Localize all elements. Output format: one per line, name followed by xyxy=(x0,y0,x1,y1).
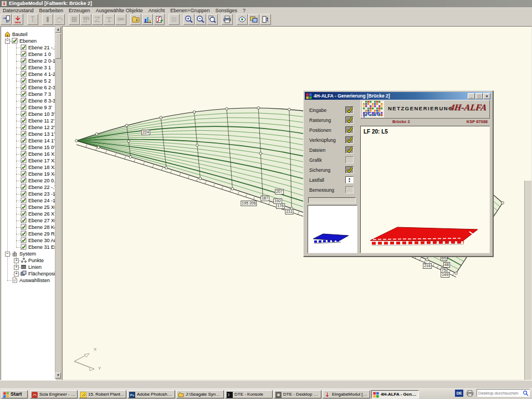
export-icon[interactable] xyxy=(1,14,12,25)
rotate-icon[interactable] xyxy=(54,14,65,25)
tree-item[interactable]: Ebene 5 2 xyxy=(1,78,54,84)
keyboard-language-indicator[interactable]: DE xyxy=(455,390,463,397)
loadcase-spinner[interactable]: ▲▼ xyxy=(345,176,354,183)
new-icon[interactable]: neu xyxy=(12,14,23,25)
tree-item[interactable]: Ebene 23 -1.02 xyxy=(1,191,54,197)
tree-item[interactable]: Ebene 8 3-3' xyxy=(1,98,54,104)
taskbar-button-console[interactable]: DTE - Konsole xyxy=(225,390,273,398)
menu-item-help[interactable]: ? xyxy=(240,7,248,14)
mesh-icon[interactable] xyxy=(168,14,180,25)
pin-icon[interactable] xyxy=(27,14,38,25)
grid-dim-icon[interactable] xyxy=(80,14,91,25)
menu-item-datenzustand[interactable]: Datenzustand xyxy=(0,7,37,14)
tree-expand-icon[interactable]: + xyxy=(14,272,19,277)
checkbox-checked[interactable] xyxy=(345,106,354,114)
folder-icon[interactable] xyxy=(130,14,141,25)
tree-item[interactable]: Ebene 7 3 xyxy=(1,91,54,98)
tree-item[interactable]: Ebene 15 0' xyxy=(1,144,54,151)
tree-item[interactable]: Ebene 27 X0 xyxy=(1,217,54,224)
tree-item[interactable]: Ebene 14 1'-0' xyxy=(1,137,54,144)
tree-item[interactable]: Ebene 6 2-3 xyxy=(1,84,54,91)
tree-expand-icon[interactable]: + xyxy=(14,258,19,263)
tree-item[interactable]: Ebene 30 Anfan xyxy=(1,237,54,244)
checkbox-checked[interactable] xyxy=(345,126,354,134)
scroll-down-icon[interactable]: ▼ xyxy=(55,372,61,378)
dialog-titlebar[interactable]: 4H-ALFA - Generierung [Brücke 2] _ □ × xyxy=(305,92,492,100)
tree-item[interactable]: Ebene 13 1' xyxy=(1,131,54,137)
generate-icon[interactable] xyxy=(142,14,153,25)
close-button[interactable]: × xyxy=(483,93,490,99)
tree-item[interactable]: Ebene 19 X4 xyxy=(1,171,54,177)
taskbar-button-dte[interactable]: DTE - Desktop Engineeri... xyxy=(274,390,321,398)
tree-item[interactable]: Ebene 22 -.76 xyxy=(1,184,54,191)
scrollbar-thumb[interactable] xyxy=(55,33,61,59)
tree-item[interactable]: Ebene 16 X1 xyxy=(1,151,54,157)
checkbox-checked[interactable] xyxy=(345,116,354,124)
tree-item[interactable]: Ebene 10 3'-2' xyxy=(1,111,54,117)
tree-item[interactable]: Ebene 3 1 xyxy=(1,64,54,71)
tree-item[interactable]: Ebene 29 Randk xyxy=(1,231,54,237)
generation-dialog[interactable]: 4H-ALFA - Generierung [Brücke 2] _ □ × E… xyxy=(303,90,493,257)
view-settings-icon[interactable] xyxy=(237,14,248,25)
tree-item[interactable]: +Flächenpositionen xyxy=(1,270,54,277)
menu-item-bearbeiten[interactable]: Bearbeiten xyxy=(37,7,66,14)
main-titlebar[interactable]: EingabeModul [Faltwerk: Brücke 2] xyxy=(0,0,532,7)
column-icon[interactable] xyxy=(42,14,53,25)
tree-item[interactable]: Ebene 11 2' xyxy=(1,117,54,124)
tree-item[interactable]: Ebene 28 Konsol xyxy=(1,224,54,231)
support-icon[interactable] xyxy=(104,14,115,25)
window-layout-icon[interactable] xyxy=(248,14,259,25)
print-icon[interactable] xyxy=(222,14,233,25)
tree-item[interactable]: Ebene 31 Ende xyxy=(1,244,54,250)
checkbox-empty[interactable] xyxy=(345,186,354,193)
taskbar-button-photoshop[interactable]: PsAdobe Photoshop CS3 E... xyxy=(127,390,175,398)
start-button[interactable]: Start xyxy=(1,390,28,398)
tree-item[interactable]: Ebene 25 X6 xyxy=(1,204,54,211)
tree-item[interactable]: +Linien xyxy=(1,264,54,270)
tree-item[interactable]: Ebene 20 0.0 xyxy=(1,177,54,184)
tree-item[interactable]: Bauteil xyxy=(1,31,54,38)
tree-item[interactable]: +Punkte xyxy=(1,257,54,264)
tree-item[interactable]: Auswahllisten xyxy=(1,277,54,284)
tree-item[interactable]: −System xyxy=(1,250,54,257)
menu-item-erzeugen[interactable]: Erzeugen xyxy=(66,7,93,14)
taskbar-button-folder[interactable]: J:\Seagate Sync\SyncRe... xyxy=(176,390,224,398)
tree-expand-icon[interactable]: + xyxy=(14,265,19,270)
tree-item[interactable]: Ebene 9 3' xyxy=(1,104,54,111)
taskbar-button-media[interactable]: 15. Robert Plant - Like I'... xyxy=(79,390,126,398)
taskbar-button-alfa[interactable]: 4H-ALFA - Generierun... xyxy=(371,390,419,398)
tree-item[interactable]: Ebene 26 X7 xyxy=(1,211,54,217)
tree-item[interactable]: Ebene 18 X3 xyxy=(1,164,54,171)
menu-item-ausgewählte-objekte[interactable]: Ausgewählte Objekte xyxy=(93,7,146,14)
tree-item[interactable]: Ebene 21 -.14 xyxy=(1,44,54,51)
checkbox-checked[interactable] xyxy=(345,136,354,144)
scroll-up-icon[interactable]: ▲ xyxy=(55,27,61,33)
desktop-search[interactable] xyxy=(477,389,530,397)
tree-expand-icon[interactable]: − xyxy=(5,39,10,44)
component-tree[interactable]: Bauteil−EbenenEbene 21 -.14Ebene 1 0Eben… xyxy=(1,26,56,380)
checkbox-checked[interactable] xyxy=(345,166,354,173)
tree-item[interactable]: Ebene 2 0-1 xyxy=(1,58,54,64)
menu-item-ansicht[interactable]: Ansicht xyxy=(146,7,168,14)
tree-scrollbar[interactable]: ▲ ▼ xyxy=(55,26,62,379)
canvas-scroll-strip[interactable] xyxy=(524,181,531,380)
tree-item[interactable]: Ebene 17 X2 xyxy=(1,157,54,164)
tree-item[interactable]: Ebene 24 -1.52 xyxy=(1,197,54,204)
search-input[interactable] xyxy=(478,390,521,396)
taskbar-button-scia[interactable]: Scia Engineer - [HAus17-... xyxy=(30,390,78,398)
zoom-in-icon[interactable] xyxy=(183,14,195,25)
menu-item-ebenen-gruppen[interactable]: Ebenen+Gruppen xyxy=(167,7,212,14)
minimize-button[interactable]: _ xyxy=(468,93,475,99)
zoom-window-icon[interactable] xyxy=(207,14,218,25)
din-icon[interactable]: DIN xyxy=(115,14,126,25)
tree-item[interactable]: Ebene 12 2'-1' xyxy=(1,124,54,131)
taskbar-button-pin[interactable]: EingabeModul [Faltwerk:... xyxy=(323,390,370,398)
menu-item-sonstiges[interactable]: Sonstiges xyxy=(213,7,241,14)
tree-item[interactable]: −Ebenen xyxy=(1,38,54,44)
tree-item[interactable]: Ebene 1 0 xyxy=(1,51,54,58)
exit-icon[interactable] xyxy=(260,14,271,25)
printer-tray-icon[interactable] xyxy=(466,389,474,397)
tree-expand-icon[interactable]: − xyxy=(5,252,10,257)
checkbox-checked[interactable] xyxy=(345,146,354,154)
slope-icon[interactable] xyxy=(92,14,103,25)
